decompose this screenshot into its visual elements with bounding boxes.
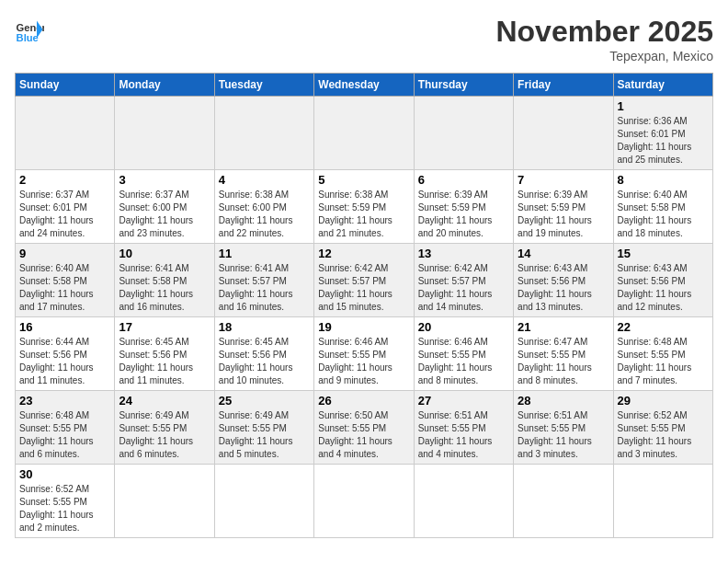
day-number: 21 (518, 320, 609, 334)
day-info: Sunrise: 6:43 AM Sunset: 5:56 PM Dayligh… (518, 262, 609, 314)
day-number: 10 (119, 247, 210, 260)
calendar-cell: 3Sunrise: 6:37 AM Sunset: 6:00 PM Daylig… (115, 170, 214, 244)
calendar-cell (514, 97, 613, 170)
weekday-friday: Friday (514, 74, 613, 97)
calendar-table: SundayMondayTuesdayWednesdayThursdayFrid… (15, 73, 713, 538)
calendar-cell (314, 465, 414, 538)
day-info: Sunrise: 6:36 AM Sunset: 6:01 PM Dayligh… (618, 115, 709, 167)
day-number: 1 (618, 99, 709, 113)
calendar-cell: 7Sunrise: 6:39 AM Sunset: 5:59 PM Daylig… (514, 170, 613, 244)
day-info: Sunrise: 6:41 AM Sunset: 5:58 PM Dayligh… (119, 262, 210, 314)
day-number: 23 (19, 394, 110, 408)
calendar-cell: 24Sunrise: 6:49 AM Sunset: 5:55 PM Dayli… (115, 391, 214, 465)
day-info: Sunrise: 6:46 AM Sunset: 5:55 PM Dayligh… (418, 336, 509, 387)
calendar-cell: 20Sunrise: 6:46 AM Sunset: 5:55 PM Dayli… (414, 317, 513, 391)
day-number: 22 (618, 320, 709, 334)
day-info: Sunrise: 6:37 AM Sunset: 6:01 PM Dayligh… (19, 189, 110, 240)
title-block: November 2025 Tepexpan, Mexico (495, 15, 713, 63)
calendar-cell: 4Sunrise: 6:38 AM Sunset: 6:00 PM Daylig… (214, 170, 313, 244)
calendar-cell: 23Sunrise: 6:48 AM Sunset: 5:55 PM Dayli… (16, 391, 115, 465)
day-info: Sunrise: 6:50 AM Sunset: 5:55 PM Dayligh… (318, 409, 409, 461)
day-number: 11 (219, 247, 310, 260)
calendar-cell (613, 465, 712, 538)
day-number: 7 (518, 173, 609, 187)
day-number: 24 (119, 394, 210, 408)
calendar-cell (115, 465, 214, 538)
day-info: Sunrise: 6:38 AM Sunset: 6:00 PM Dayligh… (219, 189, 310, 240)
page-header: General Blue November 2025 Tepexpan, Mex… (15, 15, 713, 63)
day-info: Sunrise: 6:37 AM Sunset: 6:00 PM Dayligh… (119, 189, 210, 240)
calendar-week-5: 23Sunrise: 6:48 AM Sunset: 5:55 PM Dayli… (16, 391, 713, 465)
calendar-cell (414, 97, 513, 170)
day-info: Sunrise: 6:48 AM Sunset: 5:55 PM Dayligh… (618, 336, 709, 387)
day-number: 16 (19, 320, 110, 334)
weekday-sunday: Sunday (16, 74, 115, 97)
day-info: Sunrise: 6:42 AM Sunset: 5:57 PM Dayligh… (318, 262, 409, 314)
weekday-thursday: Thursday (414, 74, 513, 97)
weekday-saturday: Saturday (613, 74, 712, 97)
calendar-cell: 15Sunrise: 6:43 AM Sunset: 5:56 PM Dayli… (613, 244, 712, 317)
day-number: 27 (418, 394, 509, 408)
weekday-wednesday: Wednesday (314, 74, 414, 97)
logo: General Blue (15, 15, 44, 44)
calendar-cell: 2Sunrise: 6:37 AM Sunset: 6:01 PM Daylig… (16, 170, 115, 244)
day-number: 15 (618, 247, 709, 260)
day-info: Sunrise: 6:47 AM Sunset: 5:55 PM Dayligh… (518, 336, 609, 387)
calendar-cell (16, 97, 115, 170)
day-number: 6 (418, 173, 509, 187)
day-number: 18 (219, 320, 310, 334)
day-number: 12 (318, 247, 409, 260)
calendar-cell (314, 97, 414, 170)
day-info: Sunrise: 6:52 AM Sunset: 5:55 PM Dayligh… (618, 409, 709, 461)
day-number: 30 (19, 467, 110, 481)
calendar-cell: 29Sunrise: 6:52 AM Sunset: 5:55 PM Dayli… (613, 391, 712, 465)
month-title: November 2025 (495, 15, 713, 49)
location: Tepexpan, Mexico (495, 49, 713, 63)
calendar-cell: 22Sunrise: 6:48 AM Sunset: 5:55 PM Dayli… (613, 317, 712, 391)
day-number: 28 (518, 394, 609, 408)
calendar-cell: 12Sunrise: 6:42 AM Sunset: 5:57 PM Dayli… (314, 244, 414, 317)
day-info: Sunrise: 6:45 AM Sunset: 5:56 PM Dayligh… (219, 336, 310, 387)
calendar-cell: 27Sunrise: 6:51 AM Sunset: 5:55 PM Dayli… (414, 391, 513, 465)
day-info: Sunrise: 6:45 AM Sunset: 5:56 PM Dayligh… (119, 336, 210, 387)
day-number: 2 (19, 173, 110, 187)
calendar-week-2: 2Sunrise: 6:37 AM Sunset: 6:01 PM Daylig… (16, 170, 713, 244)
day-number: 5 (318, 173, 409, 187)
day-info: Sunrise: 6:52 AM Sunset: 5:55 PM Dayligh… (19, 483, 110, 534)
weekday-tuesday: Tuesday (214, 74, 313, 97)
day-info: Sunrise: 6:48 AM Sunset: 5:55 PM Dayligh… (19, 409, 110, 461)
calendar-cell: 10Sunrise: 6:41 AM Sunset: 5:58 PM Dayli… (115, 244, 214, 317)
day-info: Sunrise: 6:42 AM Sunset: 5:57 PM Dayligh… (418, 262, 509, 314)
day-info: Sunrise: 6:46 AM Sunset: 5:55 PM Dayligh… (318, 336, 409, 387)
logo-icon: General Blue (15, 15, 44, 44)
day-info: Sunrise: 6:49 AM Sunset: 5:55 PM Dayligh… (119, 409, 210, 461)
day-info: Sunrise: 6:40 AM Sunset: 5:58 PM Dayligh… (19, 262, 110, 314)
calendar-cell: 9Sunrise: 6:40 AM Sunset: 5:58 PM Daylig… (16, 244, 115, 317)
day-number: 4 (219, 173, 310, 187)
calendar-cell: 8Sunrise: 6:40 AM Sunset: 5:58 PM Daylig… (613, 170, 712, 244)
day-info: Sunrise: 6:49 AM Sunset: 5:55 PM Dayligh… (219, 409, 310, 461)
day-number: 14 (518, 247, 609, 260)
day-number: 9 (19, 247, 110, 260)
day-info: Sunrise: 6:51 AM Sunset: 5:55 PM Dayligh… (418, 409, 509, 461)
day-number: 26 (318, 394, 409, 408)
calendar-cell: 30Sunrise: 6:52 AM Sunset: 5:55 PM Dayli… (16, 465, 115, 538)
day-number: 13 (418, 247, 509, 260)
calendar-cell: 6Sunrise: 6:39 AM Sunset: 5:59 PM Daylig… (414, 170, 513, 244)
calendar-cell: 5Sunrise: 6:38 AM Sunset: 5:59 PM Daylig… (314, 170, 414, 244)
day-number: 29 (618, 394, 709, 408)
calendar-cell: 26Sunrise: 6:50 AM Sunset: 5:55 PM Dayli… (314, 391, 414, 465)
calendar-cell: 19Sunrise: 6:46 AM Sunset: 5:55 PM Dayli… (314, 317, 414, 391)
calendar-cell (514, 465, 613, 538)
day-number: 20 (418, 320, 509, 334)
day-info: Sunrise: 6:40 AM Sunset: 5:58 PM Dayligh… (618, 189, 709, 240)
day-info: Sunrise: 6:39 AM Sunset: 5:59 PM Dayligh… (518, 189, 609, 240)
calendar-cell: 1Sunrise: 6:36 AM Sunset: 6:01 PM Daylig… (613, 97, 712, 170)
day-number: 8 (618, 173, 709, 187)
svg-text:Blue: Blue (17, 32, 39, 43)
day-info: Sunrise: 6:44 AM Sunset: 5:56 PM Dayligh… (19, 336, 110, 387)
calendar-week-3: 9Sunrise: 6:40 AM Sunset: 5:58 PM Daylig… (16, 244, 713, 317)
day-info: Sunrise: 6:51 AM Sunset: 5:55 PM Dayligh… (518, 409, 609, 461)
calendar-cell: 18Sunrise: 6:45 AM Sunset: 5:56 PM Dayli… (214, 317, 313, 391)
calendar-cell: 25Sunrise: 6:49 AM Sunset: 5:55 PM Dayli… (214, 391, 313, 465)
